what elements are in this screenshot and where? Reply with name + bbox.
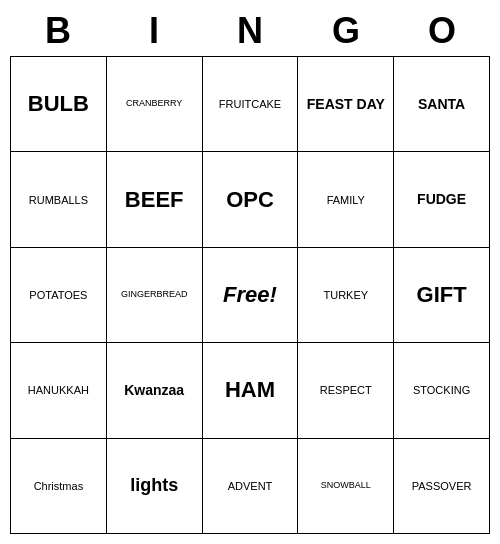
cell-text: Free! (223, 282, 277, 308)
bingo-grid: BULBCRANBERRYFRUITCAKEFEAST DAYSANTARUMB… (10, 56, 490, 534)
cell-r1-c3: FAMILY (298, 152, 394, 247)
bingo-letter: N (202, 10, 298, 52)
cell-r3-c0: HANUKKAH (11, 343, 107, 438)
cell-r4-c3: SNOWBALL (298, 439, 394, 534)
cell-r2-c1: GINGERBREAD (107, 248, 203, 343)
cell-text: HANUKKAH (28, 384, 89, 396)
cell-text: FRUITCAKE (219, 98, 281, 110)
cell-text: BULB (28, 92, 89, 116)
cell-text: RESPECT (320, 384, 372, 396)
cell-text: GINGERBREAD (121, 290, 188, 300)
cell-r1-c4: FUDGE (394, 152, 490, 247)
cell-r3-c2: HAM (203, 343, 299, 438)
cell-r2-c4: GIFT (394, 248, 490, 343)
cell-r1-c2: OPC (203, 152, 299, 247)
cell-text: ADVENT (228, 480, 273, 492)
cell-text: POTATOES (29, 289, 87, 301)
bingo-letter: O (394, 10, 490, 52)
cell-r4-c2: ADVENT (203, 439, 299, 534)
cell-r1-c1: BEEF (107, 152, 203, 247)
cell-r4-c4: PASSOVER (394, 439, 490, 534)
cell-text: FAMILY (327, 194, 365, 206)
cell-text: SANTA (418, 97, 465, 112)
cell-r0-c4: SANTA (394, 57, 490, 152)
cell-r4-c0: Christmas (11, 439, 107, 534)
cell-r0-c0: BULB (11, 57, 107, 152)
cell-r2-c0: POTATOES (11, 248, 107, 343)
bingo-title: BINGO (10, 10, 490, 52)
cell-text: RUMBALLS (29, 194, 88, 206)
cell-text: Kwanzaa (124, 383, 184, 398)
cell-text: OPC (226, 188, 274, 212)
cell-r0-c2: FRUITCAKE (203, 57, 299, 152)
cell-r0-c1: CRANBERRY (107, 57, 203, 152)
cell-text: FUDGE (417, 192, 466, 207)
cell-r3-c4: STOCKING (394, 343, 490, 438)
cell-text: SNOWBALL (321, 481, 371, 491)
cell-r4-c1: lights (107, 439, 203, 534)
cell-text: BEEF (125, 188, 184, 212)
cell-r2-c2: Free! (203, 248, 299, 343)
bingo-letter: G (298, 10, 394, 52)
cell-text: PASSOVER (412, 480, 472, 492)
bingo-letter: B (10, 10, 106, 52)
cell-text: CRANBERRY (126, 99, 182, 109)
cell-text: TURKEY (323, 289, 368, 301)
bingo-letter: I (106, 10, 202, 52)
cell-r3-c1: Kwanzaa (107, 343, 203, 438)
cell-r2-c3: TURKEY (298, 248, 394, 343)
cell-text: GIFT (417, 283, 467, 307)
cell-text: Christmas (34, 480, 84, 492)
cell-text: lights (130, 476, 178, 496)
cell-r1-c0: RUMBALLS (11, 152, 107, 247)
cell-r3-c3: RESPECT (298, 343, 394, 438)
cell-text: HAM (225, 378, 275, 402)
cell-text: FEAST DAY (307, 97, 385, 112)
cell-text: STOCKING (413, 384, 470, 396)
cell-r0-c3: FEAST DAY (298, 57, 394, 152)
